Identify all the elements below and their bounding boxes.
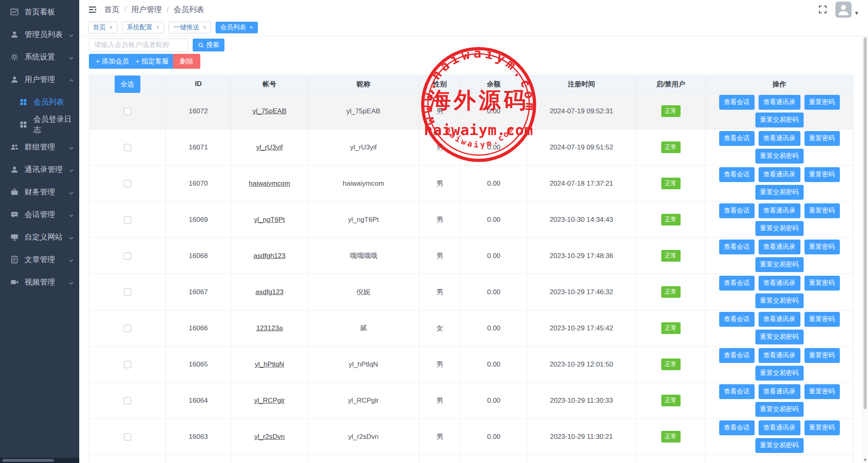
view-session-button[interactable]: 查看会话 xyxy=(719,384,755,399)
view-contacts-button[interactable]: 查看通讯录 xyxy=(759,167,800,182)
delete-button[interactable]: 删除 xyxy=(173,54,200,69)
view-session-button[interactable]: 查看会话 xyxy=(719,420,755,435)
account-link[interactable]: yl_75pEAB xyxy=(253,107,286,115)
sidebar-item-admin-list[interactable]: 管理员列表 xyxy=(0,23,79,46)
reset-password-button[interactable]: 重置密码 xyxy=(804,167,840,182)
reset-password-button[interactable]: 重置密码 xyxy=(804,276,840,291)
reset-trade-password-button[interactable]: 重置交易密码 xyxy=(755,402,804,417)
sidebar-item-user-management[interactable]: 用户管理 xyxy=(0,68,79,91)
view-contacts-button[interactable]: 查看通讯录 xyxy=(759,420,800,435)
reset-trade-password-button[interactable]: 重置交易密码 xyxy=(755,257,804,272)
select-all-button[interactable]: 全选 xyxy=(115,76,140,93)
sidebar-item-finance-management[interactable]: 财务管理 xyxy=(0,181,79,203)
account-link[interactable]: asdfg123 xyxy=(255,288,284,296)
fullscreen-icon[interactable] xyxy=(818,5,827,14)
view-contacts-button[interactable]: 查看通讯录 xyxy=(759,312,800,327)
tab-close-icon[interactable]: × xyxy=(203,24,206,31)
row-checkbox[interactable] xyxy=(124,397,131,404)
account-link[interactable]: yl_RCPglr xyxy=(254,397,285,404)
reset-trade-password-button[interactable]: 重置交易密码 xyxy=(755,366,804,381)
account-link[interactable]: 123123a xyxy=(256,324,283,332)
search-input[interactable] xyxy=(89,39,188,51)
horizontal-scrollbar-thumb[interactable] xyxy=(2,459,54,462)
reset-trade-password-button[interactable]: 重置交易密码 xyxy=(755,149,804,164)
reset-trade-password-button[interactable]: 重置交易密码 xyxy=(755,293,804,308)
scrollbar-down-arrow[interactable]: ▼ xyxy=(862,457,868,462)
actions-cell: 查看会话查看通讯录重置密码重置交易密码 xyxy=(706,129,854,166)
reset-password-button[interactable]: 重置密码 xyxy=(804,348,840,363)
sidebar-item-session-management[interactable]: 会话管理 xyxy=(0,203,79,226)
view-contacts-button[interactable]: 查看通讯录 xyxy=(759,276,800,291)
row-checkbox[interactable] xyxy=(124,180,131,187)
reset-trade-password-button[interactable]: 重置交易密码 xyxy=(755,221,804,236)
view-session-button[interactable]: 查看会话 xyxy=(719,95,755,110)
reset-trade-password-button[interactable]: 重置交易密码 xyxy=(755,438,804,453)
account-link[interactable]: asdfgh123 xyxy=(253,252,285,260)
sidebar-item-article-management[interactable]: 文章管理 xyxy=(0,248,79,271)
row-checkbox[interactable] xyxy=(124,433,131,440)
caret-down-icon[interactable]: ▼ xyxy=(854,10,859,16)
account-link[interactable]: yl_ngT6Pt xyxy=(254,216,285,223)
account-link[interactable]: yl_rU3yif xyxy=(256,143,283,151)
reset-trade-password-button[interactable]: 重置交易密码 xyxy=(755,330,804,344)
account-link[interactable]: haiwaiymcom xyxy=(249,180,290,187)
sidebar-item-contacts-management[interactable]: 通讯录管理 xyxy=(0,158,79,181)
sidebar-item-member-login-log[interactable]: 会员登录日志 xyxy=(0,113,79,136)
tab-label: 会员列表 xyxy=(220,23,246,32)
search-button[interactable]: 搜索 xyxy=(193,39,224,51)
breadcrumb-item[interactable]: 首页 xyxy=(104,4,119,15)
tab-home[interactable]: 首页× xyxy=(88,22,117,33)
sidebar-item-custom-website[interactable]: 自定义网站 xyxy=(0,226,79,248)
reset-password-button[interactable]: 重置密码 xyxy=(804,131,840,146)
reset-trade-password-button[interactable]: 重置交易密码 xyxy=(755,185,804,200)
account-link[interactable]: yl_hPtlqN xyxy=(255,361,284,368)
tab-one-key-push[interactable]: 一键推送× xyxy=(169,22,211,33)
sidebar-item-member-list[interactable]: 会员列表 xyxy=(0,91,79,113)
view-contacts-button[interactable]: 查看通讯录 xyxy=(759,95,800,110)
row-checkbox[interactable] xyxy=(124,289,131,296)
reset-password-button[interactable]: 重置密码 xyxy=(804,95,840,110)
row-checkbox[interactable] xyxy=(124,216,131,223)
reset-password-button[interactable]: 重置密码 xyxy=(804,240,840,254)
tab-close-icon[interactable]: × xyxy=(250,24,253,31)
horizontal-scrollbar[interactable] xyxy=(0,458,79,463)
row-checkbox[interactable] xyxy=(124,108,131,115)
view-session-button[interactable]: 查看会话 xyxy=(719,276,755,291)
account-link[interactable]: yl_r2sDvn xyxy=(254,433,285,440)
vertical-scrollbar-thumb[interactable] xyxy=(864,37,867,409)
assign-cs-button[interactable]: + 指定客服 xyxy=(129,54,176,69)
row-checkbox[interactable] xyxy=(124,361,131,368)
view-session-button[interactable]: 查看会话 xyxy=(719,167,755,182)
reset-password-button[interactable]: 重置密码 xyxy=(804,203,840,218)
sidebar-item-dashboard[interactable]: 首页看板 xyxy=(0,1,79,23)
reset-password-button[interactable]: 重置密码 xyxy=(804,384,840,399)
reset-password-button[interactable]: 重置密码 xyxy=(804,312,840,327)
vertical-scrollbar[interactable]: ▼ xyxy=(862,36,868,463)
fold-menu-icon[interactable] xyxy=(88,5,97,14)
view-contacts-button[interactable]: 查看通讯录 xyxy=(759,131,800,146)
row-checkbox[interactable] xyxy=(124,144,131,151)
tab-close-icon[interactable]: × xyxy=(156,24,159,31)
view-session-button[interactable]: 查看会话 xyxy=(719,131,755,146)
view-contacts-button[interactable]: 查看通讯录 xyxy=(759,348,800,363)
breadcrumb-item[interactable]: 用户管理 xyxy=(131,4,162,15)
sidebar-item-video-management[interactable]: 视频管理 xyxy=(0,271,79,293)
row-checkbox[interactable] xyxy=(124,252,131,260)
tab-member-list[interactable]: 会员列表× xyxy=(216,22,258,33)
breadcrumb-item[interactable]: 会员列表 xyxy=(174,4,204,15)
sidebar-item-group-management[interactable]: 群组管理 xyxy=(0,136,79,158)
view-contacts-button[interactable]: 查看通讯录 xyxy=(759,384,800,399)
sidebar-item-system-settings[interactable]: 系统设置 xyxy=(0,46,79,68)
view-session-button[interactable]: 查看会话 xyxy=(719,240,755,254)
row-checkbox[interactable] xyxy=(124,325,131,332)
tab-system-config[interactable]: 系统配置× xyxy=(122,22,164,33)
user-avatar-icon[interactable] xyxy=(835,2,852,18)
view-session-button[interactable]: 查看会话 xyxy=(719,348,755,363)
view-session-button[interactable]: 查看会话 xyxy=(719,312,755,327)
view-contacts-button[interactable]: 查看通讯录 xyxy=(759,203,800,218)
reset-password-button[interactable]: 重置密码 xyxy=(804,420,840,435)
reset-trade-password-button[interactable]: 重置交易密码 xyxy=(755,113,804,127)
view-contacts-button[interactable]: 查看通讯录 xyxy=(759,240,800,254)
view-session-button[interactable]: 查看会话 xyxy=(719,203,755,218)
tab-close-icon[interactable]: × xyxy=(109,24,113,31)
